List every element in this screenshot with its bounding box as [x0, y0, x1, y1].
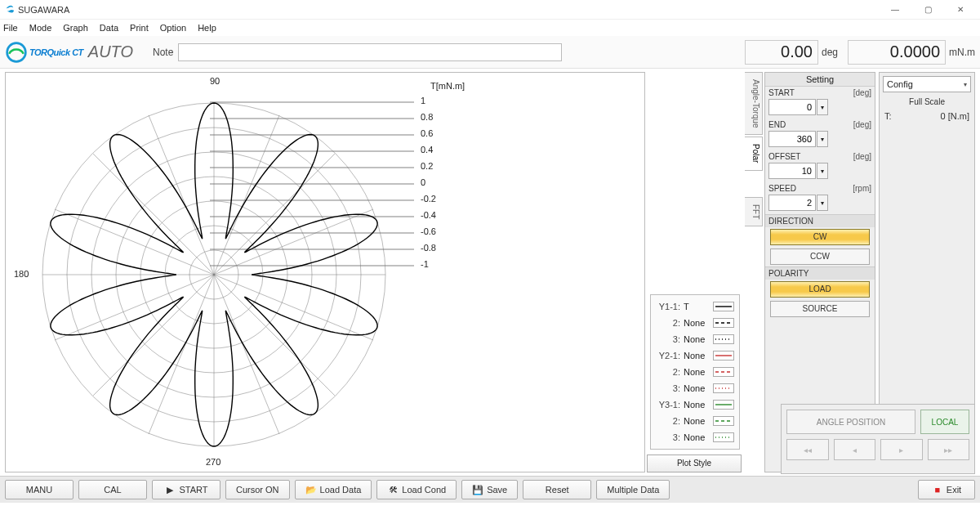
menu-print[interactable]: Print: [130, 23, 149, 33]
cal-button[interactable]: CAL: [78, 480, 147, 499]
rewind-button[interactable]: ◂◂: [786, 439, 829, 460]
config-selected: Config: [887, 79, 913, 89]
multiple-data-button[interactable]: Multiple Data: [596, 480, 670, 499]
tick: -0.4: [421, 207, 436, 223]
save-label: Save: [487, 485, 507, 495]
legend-value: None: [684, 383, 711, 393]
torque-unit: mN.m: [949, 47, 975, 58]
legend-key: Y3-1:: [654, 400, 684, 410]
exit-button[interactable]: ■ Exit: [918, 480, 975, 499]
polarity-source-button[interactable]: SOURCE: [770, 301, 870, 317]
legend-swatch[interactable]: [713, 351, 734, 360]
legend-row: 2:None: [654, 413, 736, 429]
tick: 1: [421, 92, 436, 109]
fast-forward-button[interactable]: ▸▸: [928, 439, 970, 460]
tick: 0: [421, 174, 436, 190]
legend-swatch[interactable]: [713, 318, 734, 328]
legend-value: None: [684, 351, 711, 360]
offset-input[interactable]: [768, 163, 816, 179]
legend-key: 3:: [654, 432, 684, 442]
fs-key: T:: [884, 111, 892, 121]
bottom-toolbar: MANU CAL ▶ START Cursor ON 📂 Load Data 🛠…: [0, 476, 980, 503]
load-cond-button[interactable]: 🛠 Load Cond: [376, 480, 457, 499]
speed-spin[interactable]: ▾: [817, 195, 828, 211]
header-bar: TORQuick CT AUTO Note 0.00 deg 0.0000 mN…: [0, 36, 980, 69]
legend-swatch[interactable]: [713, 432, 734, 442]
plot-axis-title: T[mN.m]: [430, 81, 465, 91]
start-label: START: [179, 485, 207, 495]
plot-style-button[interactable]: Plot Style: [647, 455, 742, 472]
legend-swatch[interactable]: [713, 383, 734, 393]
menu-mode[interactable]: Mode: [29, 23, 52, 33]
legend-row: 3:None: [654, 331, 736, 347]
torque-readout: 0.0000: [848, 40, 946, 65]
tick: 0.4: [421, 141, 436, 158]
tick: -0.8: [421, 240, 436, 256]
cursor-on-button[interactable]: Cursor ON: [225, 480, 290, 499]
start-button[interactable]: ▶ START: [152, 480, 220, 499]
polar-chart-svg: [22, 83, 406, 467]
save-button[interactable]: 💾 Save: [461, 480, 518, 499]
legend-value: None: [684, 367, 711, 377]
reset-button[interactable]: Reset: [523, 480, 591, 499]
polarity-load-button[interactable]: LOAD: [770, 281, 870, 298]
start-spin[interactable]: ▾: [817, 99, 828, 115]
menu-file[interactable]: File: [3, 23, 18, 33]
start-label: START: [768, 88, 795, 97]
legend-swatch[interactable]: [713, 302, 734, 311]
menu-option[interactable]: Option: [160, 23, 186, 33]
window-minimize-button[interactable]: —: [879, 0, 911, 20]
product-name: TORQuick CT: [29, 47, 83, 57]
menu-bar: File Mode Graph Data Print Option Help: [0, 20, 980, 36]
play-icon: ▶: [164, 484, 176, 495]
legend-key: 2:: [654, 318, 684, 328]
window-close-button[interactable]: ✕: [944, 0, 977, 20]
direction-cw-button[interactable]: CW: [770, 229, 870, 245]
config-dropdown[interactable]: Config ▾: [883, 76, 971, 92]
load-data-button[interactable]: 📂 Load Data: [295, 480, 372, 499]
step-back-button[interactable]: ◂: [834, 439, 876, 460]
legend-swatch[interactable]: [713, 367, 734, 377]
angle-unit: deg: [822, 47, 838, 58]
menu-data[interactable]: Data: [100, 23, 118, 33]
start-input[interactable]: [768, 99, 816, 115]
local-button[interactable]: LOCAL: [920, 410, 969, 434]
polarity-label: POLARITY: [765, 266, 875, 280]
legend-swatch[interactable]: [713, 400, 734, 410]
tab-fft[interactable]: FFT: [745, 197, 763, 226]
tab-polar[interactable]: Polar: [745, 137, 763, 170]
wrench-icon: 🛠: [387, 484, 399, 495]
legend-row: 3:None: [654, 380, 736, 396]
legend-box: Y1-1:T2:None3:NoneY2-1:None2:None3:NoneY…: [650, 294, 740, 450]
tick: -0.2: [421, 190, 436, 207]
window-titlebar: SUGAWARA — ▢ ✕: [0, 0, 980, 20]
manu-button[interactable]: MANU: [5, 480, 74, 499]
menu-graph[interactable]: Graph: [63, 23, 88, 33]
offset-unit: [deg]: [853, 152, 871, 161]
tick: 0.2: [421, 158, 436, 174]
direction-ccw-button[interactable]: CCW: [770, 249, 870, 265]
menu-help[interactable]: Help: [198, 23, 216, 33]
legend-key: 2:: [654, 416, 684, 426]
legend-swatch[interactable]: [713, 416, 734, 426]
legend-swatch[interactable]: [713, 334, 734, 344]
note-input[interactable]: [178, 43, 562, 61]
legend-value: None: [684, 334, 711, 344]
legend-key: Y2-1:: [654, 351, 684, 360]
load-data-label: Load Data: [320, 485, 362, 495]
play-button[interactable]: ▸: [880, 439, 923, 460]
end-spin[interactable]: ▾: [817, 131, 828, 147]
offset-spin[interactable]: ▾: [817, 163, 828, 179]
exit-label: Exit: [947, 485, 961, 495]
tab-angle-torque[interactable]: Angle-Torque: [745, 72, 763, 135]
mode-label: AUTO: [88, 43, 133, 61]
end-input[interactable]: [768, 131, 816, 147]
speed-input[interactable]: [768, 195, 816, 211]
folder-open-icon: 📂: [305, 484, 317, 495]
legend-value: T: [684, 302, 711, 311]
legend-key: 3:: [654, 334, 684, 344]
product-logo: TORQuick CT: [5, 41, 83, 64]
window-maximize-button[interactable]: ▢: [911, 0, 944, 20]
end-unit: [deg]: [853, 120, 871, 129]
angle-position-button[interactable]: ANGLE POSITION: [786, 410, 915, 434]
